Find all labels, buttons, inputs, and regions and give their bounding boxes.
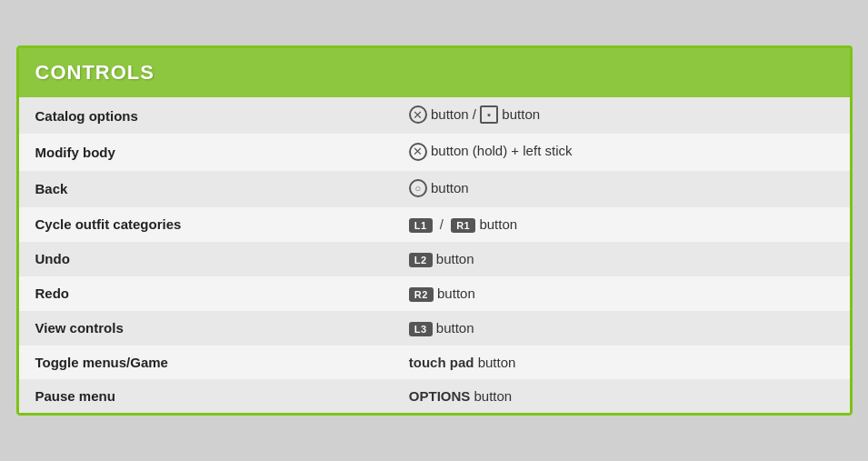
x-button-icon: ✕ <box>409 105 427 124</box>
control-value: OPTIONS button <box>393 379 850 413</box>
table-row: Toggle menus/Game touch pad button <box>19 346 850 379</box>
controls-header: CONTROLS <box>19 48 850 97</box>
l1-badge: L1 <box>409 218 433 233</box>
action-label: Pause menu <box>19 379 393 413</box>
control-text: button <box>436 320 474 336</box>
touchpad-label: touch pad <box>409 355 474 370</box>
table-row: Redo R2 button <box>19 276 850 311</box>
control-text: button (hold) + left stick <box>431 143 573 158</box>
action-label: Toggle menus/Game <box>19 346 393 379</box>
controls-table: Catalog options ✕ button / ▪ button Modi… <box>19 97 850 412</box>
action-label: Modify body <box>19 134 393 170</box>
control-value: L2 button <box>393 242 850 276</box>
l3-badge: L3 <box>409 322 433 336</box>
control-text: button <box>479 216 517 232</box>
separator: / <box>440 216 447 232</box>
control-text: button / <box>431 106 480 122</box>
action-label: Catalog options <box>19 97 393 134</box>
square-button-icon: ▪ <box>480 105 498 124</box>
control-text: button <box>478 355 516 370</box>
control-value: ✕ button / ▪ button <box>393 97 850 134</box>
r1-badge: R1 <box>451 218 475 233</box>
table-row: Catalog options ✕ button / ▪ button <box>19 97 850 134</box>
control-value: L3 button <box>393 311 850 346</box>
control-text: button <box>431 180 469 195</box>
controls-title: CONTROLS <box>35 61 155 84</box>
control-text: button <box>474 388 512 404</box>
table-row: Modify body ✕ button (hold) + left stick <box>19 134 850 170</box>
table-row: Pause menu OPTIONS button <box>19 379 850 413</box>
table-row: Back ○ button <box>19 171 850 207</box>
r2-badge: R2 <box>409 287 434 302</box>
table-row: Undo L2 button <box>19 242 850 276</box>
options-label: OPTIONS <box>409 388 471 404</box>
control-value: touch pad button <box>393 346 850 379</box>
control-value: L1 / R1 button <box>393 207 850 242</box>
action-label: Back <box>19 171 393 207</box>
controls-panel: CONTROLS Catalog options ✕ button / ▪ bu… <box>16 45 853 415</box>
action-label: Undo <box>19 242 393 276</box>
action-label: Redo <box>19 276 393 311</box>
l2-badge: L2 <box>409 253 433 267</box>
control-value: ○ button <box>393 171 850 207</box>
action-label: Cycle outfit categories <box>19 207 393 242</box>
control-text: button <box>437 286 475 301</box>
action-label: View controls <box>19 311 393 346</box>
control-text: button <box>436 251 474 266</box>
table-row: View controls L3 button <box>19 311 850 346</box>
control-value: R2 button <box>393 276 850 311</box>
control-value: ✕ button (hold) + left stick <box>393 134 850 170</box>
control-text2: button <box>502 106 540 122</box>
x-button-icon: ✕ <box>409 143 427 161</box>
table-row: Cycle outfit categories L1 / R1 button <box>19 207 850 242</box>
circle-button-icon: ○ <box>409 179 427 197</box>
